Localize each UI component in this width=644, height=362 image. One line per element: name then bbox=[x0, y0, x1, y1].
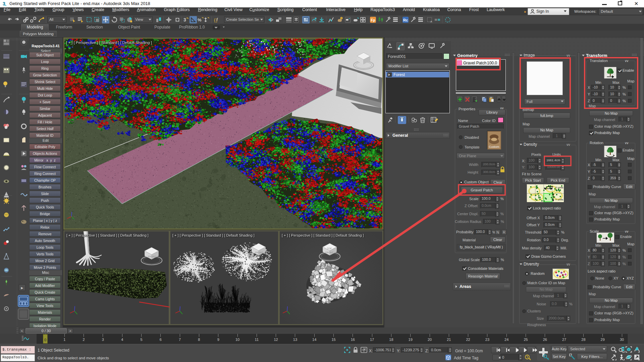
svg-text:3: 3 bbox=[183, 17, 186, 22]
svg-text:A: A bbox=[430, 20, 432, 23]
svg-text:Custom: Custom bbox=[489, 145, 499, 148]
svg-text:%: % bbox=[198, 17, 202, 22]
svg-text:{: { bbox=[214, 17, 216, 22]
svg-text:Fp: Fp bbox=[371, 18, 375, 22]
svg-text:Rc: Rc bbox=[403, 18, 408, 22]
svg-text:Y units: Y units bbox=[555, 198, 563, 201]
